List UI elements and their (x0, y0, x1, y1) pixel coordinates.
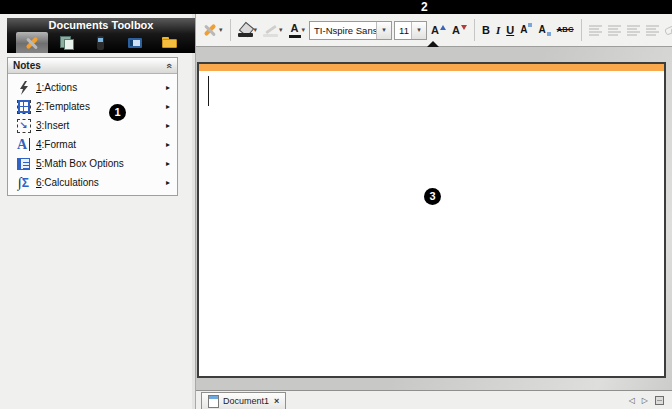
menu-item-actions[interactable]: 1:Actions ▸ (8, 78, 177, 97)
text-color-button[interactable]: A ▾ (287, 18, 308, 42)
submenu-arrow-icon: ▸ (166, 103, 170, 111)
handheld-icon (97, 36, 104, 50)
underline-button[interactable]: U (504, 18, 516, 42)
superscript-button[interactable]: A (518, 18, 534, 42)
callout-3: 3 (424, 188, 441, 205)
tab-content-explorer[interactable] (154, 32, 186, 53)
font-size-decrease-button[interactable]: A (450, 18, 469, 42)
format-letter-icon: A (14, 137, 33, 153)
dropdown-caret-icon: ▾ (254, 26, 258, 34)
tab-smartview[interactable] (85, 32, 117, 53)
notes-panel: Notes « 1:Actions ▸ 2:Templates ▸ (7, 57, 178, 196)
italic-button[interactable]: I (494, 18, 502, 42)
submenu-arrow-icon: ▸ (166, 84, 170, 92)
align-justify-button[interactable] (644, 18, 661, 42)
toolbar-separator (230, 19, 231, 41)
font-size-value: 11 (395, 25, 411, 36)
font-size-select[interactable]: 11 ▾ (394, 21, 427, 40)
toolbar-separator (581, 19, 582, 41)
documents-toolbox-title: Documents Toolbox (7, 18, 195, 32)
previous-page-icon[interactable]: ◁ (629, 396, 635, 405)
toolbox-tab-strip (7, 32, 195, 53)
math-box-icon (14, 156, 33, 172)
tools-wrench-icon (24, 36, 40, 50)
submenu-arrow-icon: ▸ (166, 141, 170, 149)
align-left-button[interactable] (587, 18, 604, 42)
folder-icon (162, 37, 177, 48)
page-navigation: ◁ ▷ (629, 396, 672, 409)
templates-grid-icon (14, 99, 33, 115)
menu-item-label: 6:Calculations (36, 177, 99, 188)
documents-toolbox-panel: Documents Toolbox (0, 14, 196, 409)
notes-menu: 1:Actions ▸ 2:Templates ▸ ↘ 3:Insert ▸ (8, 74, 177, 192)
document-tab[interactable]: Document1 × (201, 392, 286, 409)
text-caret (208, 76, 209, 106)
dropdown-caret-icon: ▾ (219, 26, 223, 34)
submenu-arrow-icon: ▸ (166, 160, 170, 168)
page-overview-icon[interactable] (655, 396, 664, 405)
hyperlink-button[interactable] (663, 18, 672, 42)
toolbar-separator (474, 19, 475, 41)
menu-item-math-box-options[interactable]: 5:Math Box Options ▸ (8, 154, 177, 173)
line-color-button[interactable]: ▾ (261, 18, 285, 42)
menu-item-label: 1:Actions (36, 82, 77, 93)
tab-document-tools[interactable] (16, 32, 48, 53)
menu-item-label: 5:Math Box Options (36, 158, 124, 169)
callout-1: 1 (109, 104, 126, 121)
submenu-arrow-icon: ▸ (166, 122, 170, 130)
menu-item-label: 3:Insert (36, 120, 69, 131)
notes-panel-title: Notes (13, 60, 41, 71)
bold-button[interactable]: B (480, 18, 492, 42)
document-workspace (196, 47, 672, 390)
align-center-icon (608, 25, 621, 36)
tab-utilities[interactable] (119, 32, 151, 53)
dropdown-caret-icon[interactable]: ▾ (411, 22, 426, 39)
top-annotation-bar: 2 (0, 0, 672, 14)
close-icon[interactable]: × (274, 396, 279, 406)
tools-wrench-icon (202, 23, 218, 37)
dropdown-caret-icon: ▾ (279, 26, 283, 34)
insert-tools-button[interactable]: ▾ (200, 18, 225, 42)
menu-item-templates[interactable]: 2:Templates ▸ (8, 97, 177, 116)
paint-bucket-icon (238, 23, 253, 37)
page-sorter-icon (60, 36, 74, 49)
collapse-chevrons-icon[interactable]: « (164, 63, 174, 69)
dropdown-caret-icon: ▾ (302, 26, 306, 34)
subscript-button[interactable]: A (536, 18, 552, 42)
align-right-icon (627, 25, 640, 36)
active-page-accent-bar (199, 64, 664, 71)
text-color-icon: A (289, 23, 301, 38)
link-chain-icon (665, 25, 672, 35)
document-icon (208, 395, 219, 408)
align-right-button[interactable] (625, 18, 642, 42)
callout-2: 2 (421, 0, 428, 14)
align-justify-icon (646, 25, 659, 36)
submenu-arrow-icon: ▸ (166, 179, 170, 187)
document-tab-label: Document1 (223, 396, 269, 406)
font-family-value: TI-Nspire Sans (310, 25, 376, 36)
subscript-mark-icon (547, 32, 551, 36)
menu-item-insert[interactable]: ↘ 3:Insert ▸ (8, 116, 177, 135)
insert-arrow-icon: ↘ (14, 118, 33, 134)
align-center-button[interactable] (606, 18, 623, 42)
dropdown-caret-icon[interactable]: ▾ (376, 22, 391, 39)
notes-panel-header[interactable]: Notes « (8, 58, 177, 74)
book-icon (128, 38, 142, 48)
align-left-icon (589, 25, 602, 36)
font-size-increase-button[interactable]: A (429, 18, 448, 42)
superscript-mark-icon (528, 23, 532, 27)
lightning-icon (14, 80, 33, 96)
pen-icon (263, 23, 278, 37)
documents-toolbox-header: Documents Toolbox (7, 18, 195, 53)
menu-item-label: 4:Format (36, 139, 76, 150)
fill-color-button[interactable]: ▾ (236, 18, 260, 42)
next-page-icon[interactable]: ▷ (642, 396, 648, 405)
font-family-select[interactable]: TI-Nspire Sans ▾ (309, 21, 392, 40)
strikethrough-button[interactable]: ABC (555, 18, 576, 42)
document-page[interactable] (197, 62, 666, 378)
tab-page-sorter[interactable] (51, 32, 83, 53)
menu-item-calculations[interactable]: ∫Σ 6:Calculations ▸ (8, 173, 177, 192)
integral-sigma-icon: ∫Σ (14, 175, 33, 191)
up-triangle-icon (440, 25, 446, 30)
menu-item-format[interactable]: A 4:Format ▸ (8, 135, 177, 154)
